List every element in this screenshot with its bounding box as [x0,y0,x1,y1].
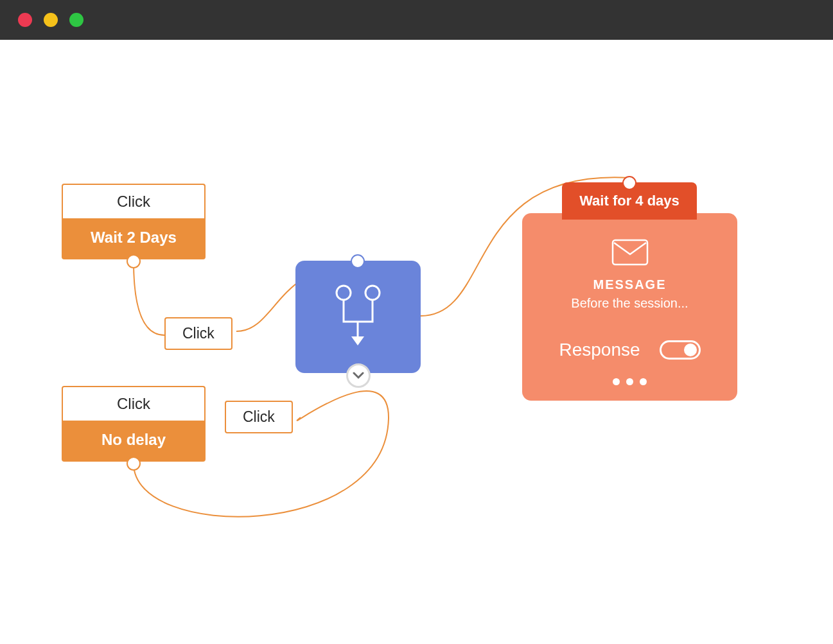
node-body: Wait 2 Days [62,218,206,259]
window-titlebar [0,0,833,40]
click-box-1[interactable]: Click [164,317,232,350]
merge-branch-icon [295,261,421,373]
node-merge[interactable] [295,261,421,373]
node-message-card[interactable]: MESSAGE Before the session... Response [522,213,737,401]
chevron-down-icon [353,372,364,379]
port-merge-in[interactable] [351,254,365,268]
maximize-icon[interactable] [69,13,83,27]
message-subtitle: Before the session... [541,296,718,311]
node-header[interactable]: Click [62,184,206,218]
port-wait2-out[interactable] [127,254,141,268]
flow-canvas[interactable]: Click Wait 2 Days Click No delay Click C… [0,40,833,644]
svg-point-1 [365,286,380,300]
svg-point-0 [337,286,351,300]
expand-merge-button[interactable] [346,363,371,388]
response-label: Response [559,340,640,360]
port-wait4-in[interactable] [622,176,636,190]
minimize-icon[interactable] [44,13,58,27]
message-title: MESSAGE [541,277,718,292]
more-options-icon[interactable] [541,378,718,385]
node-no-delay[interactable]: Click No delay [62,386,206,462]
click-box-2[interactable]: Click [225,401,293,433]
port-nodelay-out[interactable] [127,457,141,471]
close-icon[interactable] [18,13,32,27]
node-body: No delay [62,421,206,462]
envelope-icon [541,239,718,268]
node-wait-2-days[interactable]: Click Wait 2 Days [62,184,206,259]
node-header[interactable]: Click [62,386,206,421]
response-toggle[interactable] [660,340,701,360]
toggle-knob-icon [684,344,697,356]
svg-rect-2 [613,240,647,265]
